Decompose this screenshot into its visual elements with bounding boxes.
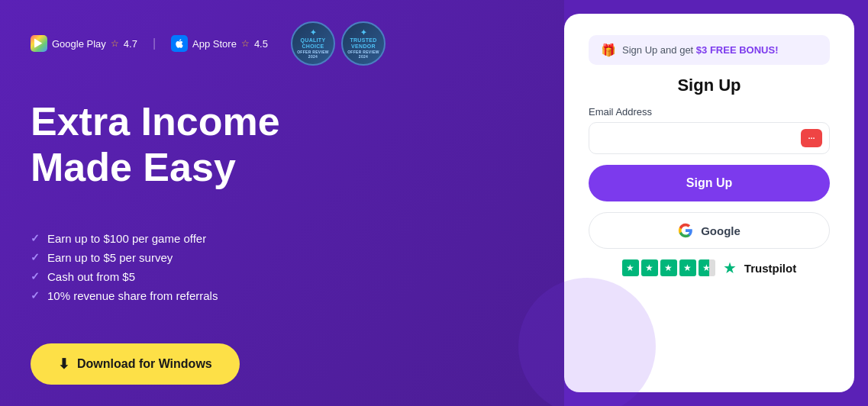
left-panel: Google Play ☆ 4.7 | App Store ☆ 4.5 ✦ QU…: [0, 0, 564, 406]
feature-item-3: ✓ Cash out from $5: [31, 270, 534, 283]
trust-star-4: ★: [679, 259, 696, 276]
app-store-icon: [171, 35, 188, 52]
signup-button[interactable]: Sign Up: [589, 165, 830, 201]
top-bar: Google Play ☆ 4.7 | App Store ☆ 4.5 ✦ QU…: [31, 21, 534, 66]
signup-title: Sign Up: [677, 76, 741, 95]
google-play-badge: Google Play ☆ 4.7: [31, 35, 137, 52]
right-panel: 🎁 Sign Up and get $3 FREE BONUS! Sign Up…: [564, 14, 854, 392]
email-input-icon: ···: [801, 129, 822, 147]
heading-line2: Made Easy: [31, 145, 236, 189]
decorative-circle: [518, 278, 656, 406]
feature-item-4: ✓ 10% revenue share from referrals: [31, 289, 534, 302]
bonus-text-label: Sign Up and get: [622, 44, 696, 56]
quality-choice-title: QUALITYCHOICE: [301, 37, 326, 49]
trusted-vendor-sub: OFFER REVIEW2024: [347, 50, 379, 59]
email-form-group: Email Address ···: [589, 106, 830, 154]
feature-text-3: Cash out from $5: [47, 270, 135, 283]
google-play-stars: ☆: [111, 38, 119, 49]
trusted-vendor-title: TRUSTEDVENDOR: [350, 37, 376, 49]
download-icon: ⬇: [58, 356, 69, 372]
google-button-label: Google: [701, 224, 741, 237]
main-heading: Extra Income Made Easy: [31, 107, 534, 191]
app-store-label: App Store: [192, 38, 237, 50]
email-input-wrapper: ···: [589, 122, 830, 154]
quality-choice-sub: OFFER REVIEW2024: [297, 50, 329, 59]
divider: |: [153, 37, 156, 50]
feature-item-2: ✓ Earn up to $5 per survey: [31, 251, 534, 264]
trust-star-3: ★: [660, 259, 677, 276]
trusted-vendor-badge: ✦ TRUSTEDVENDOR OFFER REVIEW2024: [341, 21, 386, 66]
trustpilot-label: Trustpilot: [744, 262, 796, 275]
email-label: Email Address: [589, 106, 830, 118]
google-play-label: Google Play: [52, 38, 106, 50]
trustpilot-stars: ★ ★ ★ ★ ★: [622, 259, 715, 276]
google-logo-icon: [678, 223, 693, 238]
feature-text-1: Earn up to $100 per game offer: [47, 232, 206, 245]
google-play-icon: [31, 35, 47, 52]
app-store-stars: ☆: [241, 38, 250, 49]
award-badges: ✦ QUALITYCHOICE OFFER REVIEW2024 ✦ TRUST…: [291, 21, 386, 66]
trust-star-1: ★: [622, 259, 639, 276]
signup-button-label: Sign Up: [686, 176, 732, 189]
feature-text-4: 10% revenue share from referrals: [47, 289, 218, 302]
check-icon-2: ✓: [31, 251, 40, 263]
feature-item-1: ✓ Earn up to $100 per game offer: [31, 232, 534, 245]
check-icon-4: ✓: [31, 289, 40, 301]
trust-star-2: ★: [641, 259, 658, 276]
quality-choice-badge: ✦ QUALITYCHOICE OFFER REVIEW2024: [291, 21, 335, 66]
google-play-rating: 4.7: [124, 38, 137, 50]
heading-line1: Extra Income: [31, 99, 280, 143]
google-signin-button[interactable]: Google: [589, 212, 830, 249]
quality-choice-icon: ✦: [310, 28, 316, 37]
bonus-text: Sign Up and get $3 FREE BONUS!: [622, 44, 779, 56]
trustpilot-logo-icon: [723, 261, 737, 275]
download-windows-button[interactable]: ⬇ Download for Windows: [31, 343, 240, 385]
feature-list: ✓ Earn up to $100 per game offer ✓ Earn …: [31, 232, 534, 302]
bonus-highlight: $3 FREE BONUS!: [696, 44, 779, 56]
check-icon-3: ✓: [31, 270, 40, 282]
feature-text-2: Earn up to $5 per survey: [47, 251, 173, 264]
email-input[interactable]: [589, 122, 830, 154]
check-icon-1: ✓: [31, 232, 40, 244]
trusted-vendor-icon: ✦: [360, 28, 366, 37]
app-store-rating: 4.5: [254, 38, 268, 50]
gift-icon: 🎁: [601, 43, 616, 57]
app-store-badge: App Store ☆ 4.5: [171, 35, 268, 52]
download-button-label: Download for Windows: [77, 357, 212, 371]
trust-star-5-half: ★: [699, 259, 715, 276]
bonus-banner: 🎁 Sign Up and get $3 FREE BONUS!: [589, 35, 830, 65]
trustpilot-section: ★ ★ ★ ★ ★ Trustpilot: [622, 259, 796, 276]
